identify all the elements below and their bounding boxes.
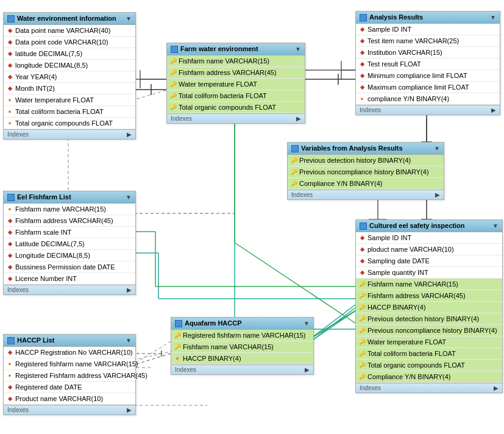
field-row: ◆Month INT(2) [4,83,135,94]
field-icon: 🔑 [358,292,366,299]
table-cultured-eel[interactable]: Cultured eel safety inspection ▼ ◆Sample… [355,219,503,393]
field-icon: ● [6,119,13,127]
table-footer: Indexes▶ [356,105,500,115]
svg-line-27 [311,311,355,341]
table-icon [7,15,15,23]
field-icon: 🔑 [290,180,297,187]
collapse-arrow[interactable]: ▼ [126,194,132,201]
table-header-variables: Variables from Analysis Results ▼ [288,143,444,155]
field-icon: 🔑 [358,280,366,288]
field-row: ◆Year YEAR(4) [4,71,135,83]
table-farm-water[interactable]: Farm water environment ▼ 🔑Fishfarm name … [166,43,305,124]
field-icon: 🔑 [358,304,366,311]
collapse-arrow[interactable]: ▼ [434,145,440,152]
field-row: 🔑Total organic compounds FLOAT [167,102,305,113]
field-icon: ● [6,108,13,115]
table-header-farm-water: Farm water environment ▼ [167,43,305,55]
field-row: ◆ploduct name VARCHAR(10) [356,244,502,255]
field-row: ◆Sampling date DATE [356,255,502,267]
field-icon: ◆ [6,217,13,224]
field-row: ●Registered fishfarm name VARCHAR(15) [4,358,135,370]
table-water-env[interactable]: Water environment information ▼ ◆Data po… [3,12,136,140]
collapse-arrow[interactable]: ▼ [126,337,132,344]
table-footer: Indexes▶ [167,113,305,123]
field-row: ◆Latitude DECIMAL(7,5) [4,238,135,250]
field-icon: ◆ [358,269,366,276]
field-icon: ◆ [358,72,366,79]
field-row: ◆Fishfarm address VARCHAR(45) [4,215,135,227]
field-row: 🔑Total organic compounds FLOAT [356,360,502,371]
table-analysis-results[interactable]: Analysis Results ▼ ◆Sample ID INT ◆Test … [355,11,500,115]
table-header-eel: Eel Fishfarm List ▼ [4,191,135,204]
field-row: ◆Maximum compliance limit FLOAT [356,82,500,93]
table-title: Variables from Analysis Results [301,144,403,152]
table-fields: 🔑Previous detection history BINARY(4) 🔑P… [288,155,444,190]
field-icon: 🔑 [358,350,366,357]
collapse-arrow[interactable]: ▼ [295,46,301,52]
field-icon: ◆ [6,229,13,236]
collapse-arrow[interactable]: ▼ [490,14,496,21]
table-footer: Indexes▶ [4,285,135,294]
field-icon: ◆ [6,240,13,247]
table-footer: Indexes▶ [356,383,502,393]
field-icon: 🔑 [169,69,177,76]
collapse-arrow[interactable]: ▼ [303,320,310,327]
table-fields: 🔑Registered fishfarm name VARCHAR(15) 🔑F… [171,330,313,365]
field-icon: 🔑 [358,338,366,346]
field-icon: 🔑 [358,361,366,369]
table-footer: Indexes▶ [4,129,135,139]
field-icon: ◆ [6,38,13,46]
table-icon [360,14,367,21]
field-icon: 🔑 [169,57,177,65]
table-icon [291,145,299,152]
table-icon [175,320,182,327]
collapse-arrow[interactable]: ▼ [126,15,132,22]
field-row: 🔑Registered fishfarm name VARCHAR(15) [171,330,313,341]
field-icon: ● [6,96,13,104]
field-icon: ◆ [6,50,13,57]
field-icon: ◆ [358,60,366,68]
field-icon: ◆ [6,275,13,282]
field-row: 🔑Fishfarm name VARCHAR(15) [356,279,502,290]
table-haccp-list[interactable]: HACCP List ▼ ◆HACCP Registration No VARC… [3,334,136,415]
field-icon: 🔑 [169,92,177,99]
field-row: ◆Longitude DECIMAL(8,5) [4,250,135,261]
field-icon: ◆ [358,26,366,33]
field-row: ◆Sample ID INT [356,24,500,35]
table-fields: ◆Sample ID INT ◆ploduct name VARCHAR(10)… [356,232,502,383]
field-icon: ◆ [6,395,13,402]
field-row: ●Total coliform bacteria FLOAT [4,106,135,118]
table-footer: Indexes▶ [171,365,313,374]
field-row: 🔑Fishfarm address VARCHAR(45) [167,67,305,79]
table-fields: 🔑Fishfarm name VARCHAR(15) 🔑Fishfarm add… [167,55,305,113]
field-row: 🔑Fishfarm name VARCHAR(15) [171,341,313,353]
field-row: ◆Bussiness Permission date DATE [4,261,135,273]
table-title: Aquafarm HACCP [185,319,242,327]
table-header-aquafarm: Aquafarm HACCP ▼ [171,318,313,330]
table-title: Eel Fishfarm List [17,193,71,201]
svg-line-26 [311,311,355,338]
table-variables-analysis[interactable]: Variables from Analysis Results ▼ 🔑Previ… [287,142,444,200]
field-icon: ◆ [6,73,13,80]
table-eel-fishfarm[interactable]: Eel Fishfarm List ▼ ●Fishfarm name VARCH… [3,191,136,295]
table-title: Water environment information [17,15,116,22]
field-row: ◆Data point name VARCHAR(40) [4,25,135,37]
field-row: 🔑Compliance Y/N BINARY(4) [288,178,444,190]
field-row: ◆Test item name VARCHAR(25) [356,35,500,47]
table-header-haccp: HACCP List ▼ [4,335,135,347]
field-icon: ◆ [6,27,13,34]
collapse-arrow[interactable]: ▼ [492,222,499,229]
table-title: Analysis Results [369,13,423,21]
field-icon: 🔑 [174,343,181,350]
field-icon: ◆ [6,62,13,69]
svg-line-25 [311,305,355,338]
field-row: ●Total organic compounds FLOAT [4,118,135,129]
field-icon: 🔑 [358,327,366,334]
table-aquafarm-haccp[interactable]: Aquafarm HACCP ▼ 🔑Registered fishfarm na… [171,317,314,375]
table-title: HACCP List [17,336,55,344]
diagram-canvas: Water environment information ▼ ◆Data po… [0,0,504,434]
field-icon: ◆ [358,37,366,44]
field-icon: 🔑 [290,168,297,176]
field-row: 🔑Previous noncompliance history BINARY(4… [356,325,502,336]
table-fields: ◆Sample ID INT ◆Test item name VARCHAR(2… [356,24,500,105]
